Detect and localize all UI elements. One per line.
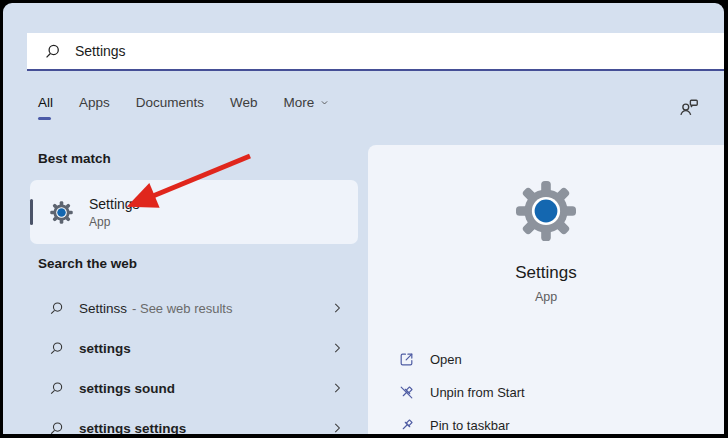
tab-more[interactable]: More <box>284 95 330 120</box>
chevron-right-icon[interactable] <box>330 421 344 434</box>
result-preview-panel: Settings App Open <box>368 145 724 434</box>
search-icon <box>48 340 65 357</box>
pin-icon <box>398 417 415 434</box>
preview-title: Settings <box>368 263 724 283</box>
search-flyout-window: All Apps Documents Web More Best match <box>3 3 724 434</box>
chevron-right-icon[interactable] <box>330 381 344 395</box>
search-bar[interactable] <box>27 33 724 71</box>
web-suggestions-list: Settinss - See web results settings sett… <box>30 288 358 434</box>
web-suggestion-settinss[interactable]: Settinss - See web results <box>30 288 358 328</box>
tab-web[interactable]: Web <box>230 95 258 120</box>
best-match-title: Settings <box>89 196 140 212</box>
open-action[interactable]: Open <box>398 343 714 376</box>
best-match-subtitle: App <box>89 215 140 229</box>
web-suggestion-settings-sound[interactable]: settings sound <box>30 368 358 408</box>
tab-all[interactable]: All <box>38 95 53 120</box>
chevron-right-icon[interactable] <box>330 301 344 315</box>
search-filter-tabs: All Apps Documents Web More <box>38 95 329 120</box>
see-web-results-label: - See web results <box>132 301 232 316</box>
chevron-right-icon[interactable] <box>330 341 344 355</box>
tab-documents[interactable]: Documents <box>136 95 204 120</box>
settings-gear-icon <box>48 199 75 226</box>
selection-indicator <box>30 199 33 225</box>
person-chat-icon <box>678 97 700 119</box>
search-icon <box>48 420 65 435</box>
web-suggestion-settings[interactable]: settings <box>30 328 358 368</box>
preview-subtitle: App <box>368 290 724 304</box>
search-icon <box>48 380 65 397</box>
pin-to-taskbar-action[interactable]: Pin to taskbar <box>398 409 714 434</box>
search-icon <box>48 300 65 317</box>
active-tab-underline <box>38 117 51 120</box>
user-account-button[interactable] <box>678 97 700 123</box>
unpin-icon <box>398 384 415 401</box>
open-external-icon <box>398 351 415 368</box>
search-web-heading: Search the web <box>38 256 137 271</box>
search-input[interactable] <box>75 43 620 59</box>
preview-actions: Open Unpin from Start <box>398 343 714 434</box>
tab-apps[interactable]: Apps <box>79 95 110 120</box>
search-icon <box>43 42 62 61</box>
unpin-from-start-action[interactable]: Unpin from Start <box>398 376 714 409</box>
best-match-heading: Best match <box>38 151 111 166</box>
settings-gear-icon-large <box>510 175 582 247</box>
best-match-result-settings[interactable]: Settings App <box>30 180 358 244</box>
web-suggestion-settings-settings[interactable]: settings settings <box>30 408 358 434</box>
chevron-down-icon <box>320 98 329 107</box>
